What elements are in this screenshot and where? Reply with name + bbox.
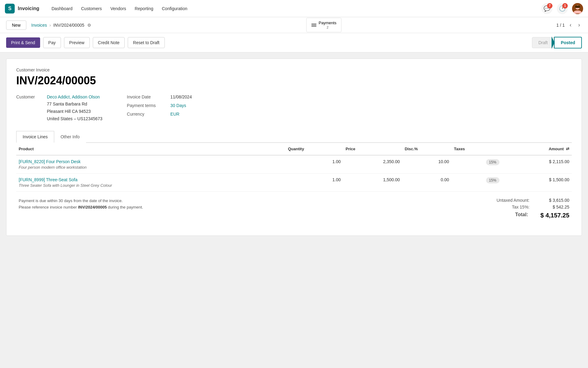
app-logo: S	[5, 4, 15, 13]
customer-name[interactable]: Deco Addict, Addison Olson	[47, 94, 100, 99]
payments-button[interactable]: Payments 2	[306, 18, 342, 32]
product-2-cell: [FURN_8999] Three-Seat Sofa Three Seater…	[16, 174, 285, 192]
prev-button[interactable]: ‹	[568, 21, 573, 29]
product-1-amount: $ 2,115.00	[502, 155, 572, 174]
total-value: $ 4,157.25	[540, 212, 569, 219]
menu-dashboard[interactable]: Dashboard	[48, 4, 76, 13]
product-2-name[interactable]: [FURN_8999] Three-Seat Sofa	[19, 177, 283, 182]
payments-count: 2	[319, 25, 337, 29]
breadcrumb-parent[interactable]: Invoices	[31, 23, 47, 28]
menu-customers[interactable]: Customers	[77, 4, 106, 13]
breadcrumb-current: INV/2024/00005	[53, 23, 84, 28]
product-2-disc: 0.00	[402, 174, 452, 192]
user-avatar[interactable]	[572, 3, 583, 14]
next-button[interactable]: ›	[576, 21, 582, 29]
payments-section: Payments 2	[91, 18, 556, 32]
product-2-desc: Three Seater Sofa with Lounger in Steel …	[19, 183, 112, 188]
pagination-info: 1 / 1	[556, 23, 565, 28]
customer-label: Customer	[16, 94, 41, 99]
product-2-tax-badge: 15%	[486, 177, 499, 183]
main-content: Customer Invoice INV/2024/00005 Customer…	[0, 52, 588, 242]
invoice-card: Customer Invoice INV/2024/00005 Customer…	[6, 59, 582, 236]
product-1-tax-badge: 15%	[486, 159, 499, 165]
note-suffix: during the payment.	[107, 205, 143, 209]
col-amount: Amount ⇄	[502, 143, 572, 155]
customer-details: Deco Addict, Addison Olson 77 Santa Barb…	[47, 94, 102, 122]
payment-terms-label: Payment terms	[127, 103, 167, 108]
invoice-footer: Payment is due within 30 days from the d…	[16, 191, 572, 227]
payments-icon	[311, 24, 316, 27]
product-1-desc: Four person modern office workstation	[19, 165, 87, 170]
preview-button[interactable]: Preview	[64, 37, 90, 48]
product-1-qty: 1.00	[285, 155, 343, 174]
currency-value[interactable]: EUR	[170, 112, 179, 117]
tax-label: Tax 15%:	[512, 205, 530, 209]
total-label: Total:	[515, 212, 528, 219]
product-1-tax: 15%	[451, 155, 502, 174]
tabs: Invoice Lines Other Info	[16, 131, 572, 143]
invoice-table: Product Quantity Price Disc.% Taxes Amou…	[16, 143, 572, 191]
col-quantity: Quantity	[285, 143, 343, 155]
new-button[interactable]: New	[6, 21, 26, 30]
pay-button[interactable]: Pay	[43, 37, 61, 48]
table-row: [FURN_8220] Four Person Desk Four person…	[16, 155, 572, 174]
menu-reporting[interactable]: Reporting	[131, 4, 157, 13]
tab-other-info[interactable]: Other Info	[54, 131, 86, 143]
menu-vendors[interactable]: Vendors	[107, 4, 130, 13]
untaxed-label: Untaxed Amount:	[497, 198, 530, 203]
tax-row: Tax 15%: $ 542.25	[497, 205, 569, 209]
address-line1: 77 Santa Barbara Rd	[47, 101, 102, 108]
status-posted: Posted	[554, 37, 582, 48]
footer-totals: Untaxed Amount: $ 3,615.00 Tax 15%: $ 54…	[497, 198, 569, 221]
product-2-qty: 1.00	[285, 174, 343, 192]
note-line2: Please reference invoice number INV/2024…	[19, 204, 143, 211]
invoice-meta: Customer Deco Addict, Addison Olson 77 S…	[16, 94, 572, 122]
settings-icon[interactable]: ⚙	[87, 23, 91, 28]
main-menu: Dashboard Customers Vendors Reporting Co…	[48, 4, 191, 13]
breadcrumb: Invoices › INV/2024/00005 ⚙	[31, 23, 91, 28]
invoice-type: Customer Invoice	[16, 67, 572, 72]
print-send-button[interactable]: Print & Send	[6, 37, 40, 48]
payment-terms-row: Payment terms 30 Days	[127, 103, 231, 108]
product-2-tax: 15%	[451, 174, 502, 192]
col-price: Price	[343, 143, 402, 155]
activity-badge: 1	[562, 3, 568, 9]
navbar-right: 💬 7 🕐 1	[541, 3, 583, 14]
col-disc: Disc.%	[402, 143, 452, 155]
untaxed-row: Untaxed Amount: $ 3,615.00	[497, 198, 569, 203]
messages-badge: 7	[547, 3, 552, 9]
navbar: S Invoicing Dashboard Customers Vendors …	[0, 0, 588, 17]
col-taxes: Taxes	[451, 143, 502, 155]
address-line2: Pleasant Hill CA 94523	[47, 108, 102, 115]
tax-value: $ 542.25	[542, 205, 569, 209]
status-draft: Draft	[532, 37, 554, 48]
currency-row: Currency EUR	[127, 112, 231, 117]
col-product: Product	[16, 143, 285, 155]
activity-button[interactable]: 🕐 1	[557, 3, 568, 14]
menu-configuration[interactable]: Configuration	[158, 4, 191, 13]
currency-label: Currency	[127, 112, 167, 117]
meta-customer-section: Customer Deco Addict, Addison Olson 77 S…	[16, 94, 102, 122]
grand-total-row: Total: $ 4,157.25	[497, 212, 569, 219]
credit-note-button[interactable]: Credit Note	[93, 37, 125, 48]
product-1-disc: 10.00	[402, 155, 452, 174]
invoice-number: INV/2024/00005	[16, 74, 572, 87]
invoice-date-label: Invoice Date	[127, 94, 167, 99]
payments-label: Payments	[319, 21, 337, 25]
note-prefix: Please reference invoice number	[19, 205, 78, 209]
product-1-cell: [FURN_8220] Four Person Desk Four person…	[16, 155, 285, 174]
breadcrumb-bar: New Invoices › INV/2024/00005 ⚙ Payments…	[0, 17, 588, 33]
svg-rect-2	[575, 6, 580, 8]
untaxed-value: $ 3,615.00	[542, 198, 569, 203]
product-1-name[interactable]: [FURN_8220] Four Person Desk	[19, 159, 283, 164]
pagination-section: 1 / 1 ‹ ›	[556, 21, 582, 29]
messages-button[interactable]: 💬 7	[541, 3, 552, 14]
note-line1: Payment is due within 30 days from the d…	[19, 198, 143, 204]
payment-terms-value[interactable]: 30 Days	[170, 103, 186, 108]
tab-invoice-lines[interactable]: Invoice Lines	[16, 131, 54, 143]
status-bar: Draft Posted	[532, 37, 582, 48]
table-row: [FURN_8999] Three-Seat Sofa Three Seater…	[16, 174, 572, 192]
product-2-amount: $ 1,500.00	[502, 174, 572, 192]
reset-to-draft-button[interactable]: Reset to Draft	[128, 37, 164, 48]
footer-note: Payment is due within 30 days from the d…	[19, 198, 143, 221]
